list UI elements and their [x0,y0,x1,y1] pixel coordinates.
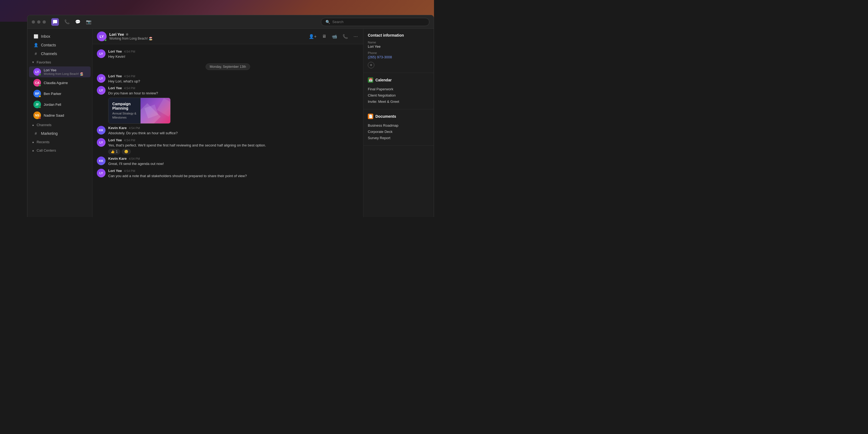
message-sender: Kevin Kare [108,126,127,130]
lori-yee-name: Lori Yee [44,68,84,72]
sidebar-user-nadine[interactable]: NS Nadine Saad [29,110,91,121]
message-content: Lori Yee 4:54 PM Hey Lori, what's up? [108,74,359,84]
sidebar-item-channels-nav[interactable]: # Channels [29,50,91,58]
calendar-item-final-paperwork[interactable]: Final Paperwork [368,86,429,92]
nadine-status-dot [39,117,41,119]
doc-item-survey-report[interactable]: Survey Report [368,135,429,141]
lori-yee-avatar-wrap: LY [33,68,41,76]
channels-chevron-icon: ▲ [32,123,34,126]
attachment-thumbnail [141,98,170,124]
phone-icon[interactable]: 📞 [64,19,70,24]
sidebar-user-ben[interactable]: BP Ben Parker [29,88,91,99]
avatar: KK [97,126,105,134]
calendar-icon: 📅 [368,77,373,83]
sidebar-item-marketing[interactable]: # Marketing [29,129,91,138]
claudia-name: Claudia Aguirre [44,81,68,85]
jordan-status-dot [39,106,41,108]
chat-header-actions: 👤+ 🖥 📹 📞 ⋯ [308,33,359,40]
message-row: LY Lori Yee 4:54 PM Can you add a note t… [97,168,359,180]
message-content: Lori Yee 4:54 PM Hey Kevin! [108,50,359,59]
claudia-status-dot [39,84,41,87]
message-header: Lori Yee 4:54 PM [108,138,359,142]
ben-info: Ben Parker [44,92,61,96]
inbox-icon: ⬜ [33,34,38,38]
message-text: Do you have an hour to review? [108,91,359,96]
video-icon[interactable]: 📷 [86,19,91,24]
doc-item-business-roadmap[interactable]: Business Roadmap [368,122,429,129]
favorite-star-icon[interactable]: ☆ [126,33,129,36]
channels-section-header[interactable]: ▲ Channels [27,121,92,129]
message-header: Kevin Kare 4:54 PM [108,156,359,161]
phone-call-icon[interactable]: 📞 [341,33,349,40]
close-button[interactable] [32,20,35,24]
sidebar-user-lori-yee[interactable]: LY Lori Yee Working from Long Beach! 🏖️ [29,66,91,77]
sidebar-item-contacts[interactable]: 👤 Contacts [29,41,91,50]
message-content: Kevin Kare 4:54 PM Absolutely. Do you th… [108,126,359,136]
name-label: Name [368,41,429,44]
avatar: LY [97,50,105,58]
attachment-subtitle: Annual Strategy & Milestones [112,112,137,120]
search-input[interactable] [332,20,425,24]
sidebar-item-inbox[interactable]: ⬜ Inbox [29,32,91,41]
chat-contact-name: Lori Yee [109,32,124,37]
date-divider: Monday, September 13th [97,63,359,70]
sidebar-user-jordan[interactable]: JF Jordan Fell [29,99,91,110]
message-text: Hey Lori, what's up? [108,79,359,84]
ben-status-dot [39,95,41,97]
avatar: KK [97,156,105,165]
search-bar[interactable]: 🔍 [321,18,429,26]
video-call-icon[interactable]: 📹 [331,33,338,40]
contacts-label: Contacts [41,43,56,47]
minimize-button[interactable] [37,20,40,24]
chat-icon[interactable]: 💬 [75,19,81,24]
chat-avatar-wrap: LY [97,31,106,41]
screen-share-icon[interactable]: 🖥 [321,33,328,40]
phone-label: Phone [368,51,429,55]
add-member-icon[interactable]: 👤+ [308,33,318,40]
lori-yee-status: Working from Long Beach! 🏖️ [44,72,84,76]
calendar-item-client-negotiation[interactable]: Client Negotiation [368,92,429,98]
favorites-section-header[interactable]: ▼ Favorites [27,58,92,66]
contact-info-section: Contact information Name Lori Yee Phone … [364,29,434,73]
call-centers-section-header[interactable]: ▲ Call Centers [27,146,92,155]
recents-section-header[interactable]: ▲ Recents [27,138,92,146]
lori-yee-status-dot [39,73,41,76]
message-content: Lori Yee 4:54 PM Do you have an hour to … [108,86,359,124]
calendar-item-meet-greet[interactable]: Invite: Meet & Greet [368,98,429,105]
message-text: Absolutely. Do you think an hour will su… [108,130,359,136]
reaction-thumbsup[interactable]: 👍 1 [108,149,120,154]
message-content: Kevin Kare 4:54 PM Great, I'll send the … [108,156,359,166]
title-bar-icons: 📞 💬 📷 [64,19,91,24]
message-text: Hey Kevin! [108,54,359,59]
claudia-avatar-wrap: CA [33,79,41,87]
chat-header-name-row: Lori Yee ☆ [109,32,305,37]
calendar-section: 📅 Calendar Final Paperwork Client Negoti… [364,73,434,109]
app-container: 📞 💬 📷 🔍 ⬜ Inbox 👤 Contacts # Channels [27,15,434,217]
nadine-name: Nadine Saad [44,113,64,118]
sidebar-user-claudia[interactable]: CA Claudia Aguirre [29,77,91,88]
maximize-button[interactable] [42,20,46,24]
reaction-smile[interactable]: 😊 [122,149,131,154]
add-info-button[interactable]: + [368,62,374,68]
message-header: Lori Yee 4:54 PM [108,74,359,78]
nadine-info: Nadine Saad [44,113,64,118]
date-pill: Monday, September 13th [206,63,250,70]
more-options-icon[interactable]: ⋯ [352,33,359,40]
message-text: Yes, that's perfect. We'll spend the fir… [108,143,359,148]
message-sender: Lori Yee [108,169,122,173]
doc-item-corporate-deck[interactable]: Corporate Deck [368,129,429,135]
attachment-left: Campaign Planning Annual Strategy & Mile… [108,98,141,124]
jordan-name: Jordan Fell [44,102,61,106]
search-icon: 🔍 [326,20,330,24]
ben-avatar-wrap: BP [33,90,41,97]
phone-value: (265) 973-3008 [368,55,429,59]
contacts-icon: 👤 [33,43,38,47]
inbox-label: Inbox [41,34,50,38]
documents-label: Documents [375,114,396,119]
nadine-avatar-wrap: NS [33,112,41,119]
message-text: Can you add a note that all stakeholders… [108,173,359,179]
message-row: KK Kevin Kare 4:54 PM Great, I'll send t… [97,156,359,167]
shape-decoration [157,98,170,116]
attachment-card[interactable]: Campaign Planning Annual Strategy & Mile… [108,98,170,124]
call-centers-label: Call Centers [37,148,56,152]
